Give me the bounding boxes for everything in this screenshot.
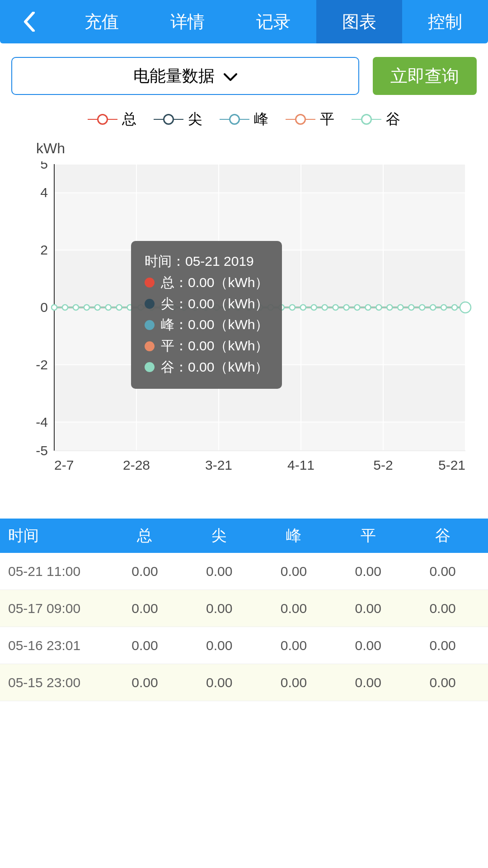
- tab-bar: 充值详情记录图表控制: [59, 0, 488, 43]
- svg-point-43: [73, 305, 79, 310]
- query-row: 电能量数据 立即查询: [0, 43, 488, 104]
- chevron-down-icon: [224, 66, 237, 85]
- cell-value: 0.00: [331, 675, 405, 690]
- cell-value: 0.00: [257, 564, 331, 579]
- legend-label: 平: [320, 109, 334, 129]
- table-header-尖: 尖: [182, 525, 257, 546]
- table-row[interactable]: 05-17 09:000.000.000.000.000.00: [0, 590, 488, 627]
- svg-text:4-11: 4-11: [287, 458, 314, 472]
- cell-value: 0.00: [405, 675, 480, 690]
- data-type-select[interactable]: 电能量数据: [11, 57, 359, 95]
- tab-充值[interactable]: 充值: [59, 0, 145, 43]
- cell-value: 0.00: [108, 675, 182, 690]
- legend-item-平[interactable]: 平: [286, 109, 334, 129]
- cell-value: 0.00: [182, 638, 257, 653]
- table-header-总: 总: [108, 525, 182, 546]
- select-label: 电能量数据: [133, 65, 215, 87]
- cell-value: 0.00: [405, 601, 480, 616]
- cell-value: 0.00: [108, 601, 182, 616]
- legend-item-峰[interactable]: 峰: [220, 109, 268, 129]
- svg-text:5-2: 5-2: [373, 458, 393, 472]
- legend-marker-icon: [352, 114, 381, 125]
- tab-控制[interactable]: 控制: [402, 0, 488, 43]
- svg-point-68: [344, 305, 349, 310]
- svg-text:5-21: 5-21: [438, 458, 465, 472]
- svg-text:-5: -5: [36, 443, 48, 458]
- top-nav: 充值详情记录图表控制: [0, 0, 488, 43]
- svg-point-70: [365, 305, 371, 310]
- tooltip-row: 谷：0.00（kWh）: [145, 357, 268, 378]
- chart-tooltip: 时间：05-21 2019总：0.00（kWh）尖：0.00（kWh）峰：0.0…: [131, 241, 282, 389]
- legend-label: 峰: [254, 109, 268, 129]
- tooltip-row: 总：0.00（kWh）: [145, 272, 268, 293]
- svg-point-45: [95, 305, 100, 310]
- svg-text:4: 4: [40, 185, 48, 200]
- svg-point-75: [419, 305, 425, 310]
- tab-图表[interactable]: 图表: [316, 0, 402, 43]
- table-header-时间: 时间: [8, 525, 108, 546]
- svg-point-67: [333, 305, 338, 310]
- svg-text:-4: -4: [36, 415, 48, 429]
- chart-legend: 总 尖 峰 平 谷: [0, 104, 488, 131]
- cell-time: 05-16 23:01: [8, 638, 108, 653]
- cell-value: 0.00: [257, 675, 331, 690]
- svg-point-66: [322, 305, 328, 310]
- table-header-峰: 峰: [257, 525, 331, 546]
- cell-value: 0.00: [405, 638, 480, 653]
- svg-text:2: 2: [40, 242, 48, 257]
- tab-详情[interactable]: 详情: [145, 0, 230, 43]
- tooltip-row: 平：0.00（kWh）: [145, 335, 268, 357]
- svg-point-72: [387, 305, 392, 310]
- svg-point-47: [117, 305, 122, 310]
- tooltip-dot-icon: [145, 320, 155, 330]
- svg-point-77: [441, 305, 446, 310]
- line-chart[interactable]: -5-4-202452-72-283-214-115-25-21 时间：05-2…: [14, 161, 474, 478]
- query-button[interactable]: 立即查询: [373, 57, 477, 95]
- cell-value: 0.00: [331, 601, 405, 616]
- legend-item-尖[interactable]: 尖: [154, 109, 202, 129]
- legend-marker-icon: [88, 114, 117, 125]
- tooltip-row: 尖：0.00（kWh）: [145, 293, 268, 315]
- data-table: 时间总尖峰平谷 05-21 11:000.000.000.000.000.000…: [0, 519, 488, 701]
- svg-text:5: 5: [40, 161, 48, 171]
- svg-text:2-28: 2-28: [123, 458, 150, 472]
- svg-point-71: [376, 305, 381, 310]
- tooltip-row: 峰：0.00（kWh）: [145, 314, 268, 335]
- cell-value: 0.00: [331, 638, 405, 653]
- svg-point-41: [52, 305, 57, 310]
- table-row[interactable]: 05-21 11:000.000.000.000.000.00: [0, 553, 488, 590]
- svg-text:3-21: 3-21: [205, 458, 232, 472]
- cell-time: 05-15 23:00: [8, 675, 108, 690]
- legend-item-总[interactable]: 总: [88, 109, 136, 129]
- svg-point-44: [84, 305, 89, 310]
- svg-point-73: [398, 305, 403, 310]
- svg-point-74: [408, 305, 414, 310]
- svg-point-65: [311, 305, 317, 310]
- legend-label: 谷: [386, 109, 400, 129]
- legend-marker-icon: [286, 114, 315, 125]
- cell-value: 0.00: [182, 601, 257, 616]
- table-row[interactable]: 05-16 23:010.000.000.000.000.00: [0, 627, 488, 664]
- cell-value: 0.00: [257, 638, 331, 653]
- svg-point-63: [290, 305, 295, 310]
- legend-item-谷[interactable]: 谷: [352, 109, 400, 129]
- svg-point-69: [355, 305, 360, 310]
- cell-time: 05-21 11:00: [8, 564, 108, 579]
- chart-container: kWh -5-4-202452-72-283-214-115-25-21 时间：…: [0, 131, 488, 491]
- svg-point-76: [430, 305, 436, 310]
- table-row[interactable]: 05-15 23:000.000.000.000.000.00: [0, 664, 488, 701]
- tooltip-dot-icon: [145, 299, 155, 309]
- svg-rect-5: [54, 422, 465, 451]
- svg-text:-2: -2: [36, 357, 48, 372]
- tab-记录[interactable]: 记录: [230, 0, 316, 43]
- table-header-谷: 谷: [405, 525, 480, 546]
- tooltip-dot-icon: [145, 278, 155, 288]
- svg-point-42: [62, 305, 68, 310]
- cell-value: 0.00: [108, 564, 182, 579]
- svg-point-64: [300, 305, 306, 310]
- cell-value: 0.00: [405, 564, 480, 579]
- back-button[interactable]: [0, 0, 59, 43]
- svg-text:2-7: 2-7: [54, 458, 74, 472]
- svg-point-78: [452, 305, 457, 310]
- cell-value: 0.00: [331, 564, 405, 579]
